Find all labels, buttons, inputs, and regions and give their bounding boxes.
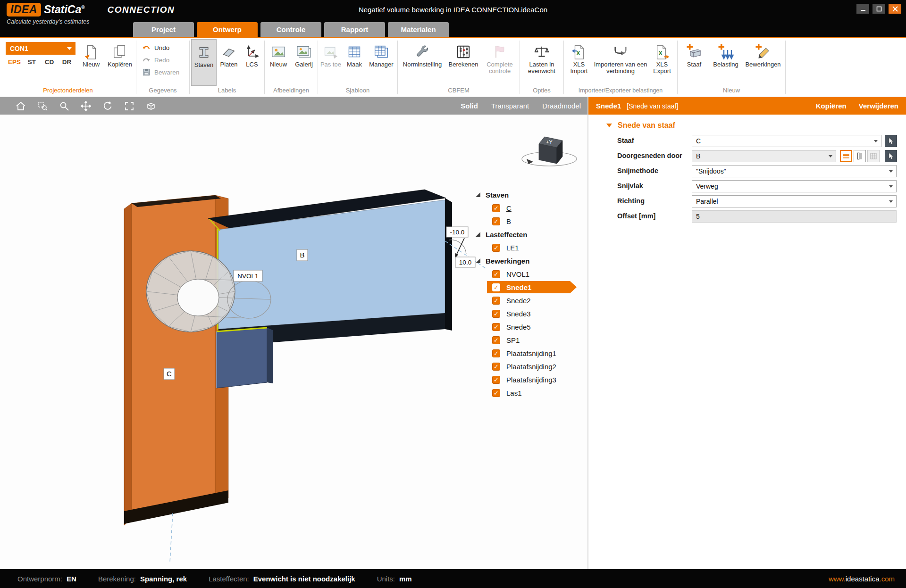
delete-operation-button[interactable]: Verwijderen — [859, 102, 898, 110]
checkbox-checked-icon[interactable] — [492, 349, 500, 357]
redo-button[interactable]: Redo — [142, 56, 179, 64]
code-setup-button[interactable]: Norminstelling — [399, 39, 446, 86]
section-view-button[interactable] — [143, 99, 159, 113]
maximize-button[interactable] — [872, 4, 885, 14]
new-image-button[interactable]: Nieuw — [266, 39, 291, 86]
3d-viewport[interactable]: -10.0 10.0 B C NVOL1 — [0, 115, 587, 569]
new-member-button[interactable]: Staaf — [679, 39, 709, 86]
magnifier-icon — [59, 101, 69, 111]
create-template-button[interactable]: Maak — [342, 39, 367, 86]
lcs-toggle-button[interactable]: LCS — [241, 39, 263, 86]
mode-cd-button[interactable]: CD — [41, 58, 58, 66]
member-select[interactable]: C — [692, 135, 881, 147]
fit-icon — [124, 101, 134, 111]
rotate-button[interactable] — [99, 99, 116, 113]
tree-expander-icon[interactable] — [476, 192, 480, 197]
tab-rapport[interactable]: Rapport — [324, 22, 385, 37]
column-c-solid[interactable] — [124, 195, 228, 525]
copy-document-icon — [112, 42, 128, 61]
pick-cut-member-button[interactable] — [885, 150, 897, 162]
gallery-button[interactable]: Galerij — [291, 39, 317, 86]
tree-item-snede1-selected[interactable]: Snede1 — [474, 281, 577, 294]
tree-item-snede2: Snede2 — [474, 294, 577, 307]
section-collapse-icon[interactable] — [606, 124, 612, 127]
new-load-button[interactable]: Belasting — [709, 39, 742, 86]
offset-input[interactable]: 5 — [692, 210, 897, 223]
zoom-button[interactable] — [56, 99, 73, 113]
checkbox-checked-icon[interactable] — [492, 244, 500, 252]
redo-icon — [142, 56, 151, 64]
ribbon-group-projectonderdelen: CON1 EPS ST CD DR Nieuw Kopi — [0, 38, 136, 97]
cut-plane-grid-button[interactable] — [867, 150, 880, 162]
cut-plane-vertical-button[interactable] — [854, 150, 866, 162]
tab-ontwerp[interactable]: Ontwerp — [197, 22, 258, 37]
beam-b-solid[interactable] — [208, 190, 452, 347]
plate-icon — [221, 42, 236, 61]
wireframe-mode-button[interactable]: Draadmodel — [542, 102, 581, 110]
import-connection-button[interactable]: Importeren van een verbinding — [593, 39, 648, 86]
checkbox-checked-icon[interactable] — [492, 376, 500, 384]
checkbox-checked-icon[interactable] — [492, 217, 500, 225]
checkbox-checked-icon[interactable] — [492, 270, 500, 278]
stiffener-plate[interactable] — [217, 328, 273, 388]
xls-import-button[interactable]: X XLS Import — [565, 39, 593, 86]
properties-header: Snede1 [Snede van staaf] Kopiëren Verwij… — [588, 97, 906, 115]
tree-item-snede3: Snede3 — [474, 307, 577, 320]
tree-expander-icon[interactable] — [476, 232, 480, 237]
save-button[interactable]: Bewaren — [142, 68, 179, 76]
zoom-window-button[interactable] — [34, 99, 51, 113]
loads-in-equilibrium-button[interactable]: Lasten in evenwicht — [522, 39, 561, 86]
checkbox-checked-icon[interactable] — [492, 323, 500, 331]
mode-eps-button[interactable]: EPS — [6, 58, 23, 66]
new-operation-button[interactable]: Bewerkingen — [742, 39, 784, 86]
beam-icon — [196, 43, 211, 62]
tree-expander-icon[interactable] — [476, 258, 480, 263]
undo-button[interactable]: Undo — [142, 43, 179, 52]
new-operation-icon — [755, 42, 772, 61]
fit-view-button[interactable] — [121, 99, 138, 113]
cut-plane-select[interactable]: Verweg — [692, 180, 897, 192]
cut-by-select[interactable]: B — [692, 150, 836, 162]
new-project-item-button[interactable]: Nieuw — [77, 39, 105, 86]
member-label-c: C — [164, 368, 175, 380]
template-manager-button[interactable]: Manager — [367, 39, 396, 86]
copy-operation-button[interactable]: Kopiëren — [816, 102, 847, 110]
cut-method-select[interactable]: "Snijdoos" — [692, 165, 897, 177]
tab-materialen[interactable]: Materialen — [388, 22, 449, 37]
project-item-select[interactable]: CON1 — [6, 42, 76, 55]
view-cube[interactable]: +Y — [522, 137, 577, 166]
transparent-mode-button[interactable]: Transparant — [491, 102, 529, 110]
apply-template-button[interactable]: Pas toe — [319, 39, 342, 86]
website-link[interactable]: www.ideastatica.com — [829, 575, 895, 583]
direction-select[interactable]: Parallel — [692, 195, 897, 207]
close-button[interactable] — [889, 4, 901, 14]
group-label-opties: Opties — [520, 86, 563, 97]
checkbox-checked-icon[interactable] — [492, 283, 500, 291]
checkbox-checked-icon[interactable] — [492, 363, 500, 371]
checkbox-checked-icon[interactable] — [492, 310, 500, 318]
app-window: IDEA StatiCa® CONNECTION Calculate yeste… — [0, 0, 906, 588]
pick-member-button[interactable] — [885, 135, 897, 147]
cut-plane-horizontal-button[interactable] — [840, 150, 852, 162]
tab-controle[interactable]: Controle — [260, 22, 321, 37]
xls-import-icon: X — [571, 42, 587, 61]
platen-toggle-button[interactable]: Platen — [217, 39, 241, 86]
checkbox-checked-icon[interactable] — [492, 389, 500, 397]
home-view-button[interactable] — [12, 99, 29, 113]
picture-icon — [270, 42, 286, 61]
complete-check-button[interactable]: Complete controle — [481, 39, 519, 86]
checkbox-checked-icon[interactable] — [492, 297, 500, 305]
checkbox-checked-icon[interactable] — [492, 204, 500, 212]
checkbox-checked-icon[interactable] — [492, 336, 500, 344]
xls-export-button[interactable]: X XLS Export — [648, 39, 676, 86]
mode-dr-button[interactable]: DR — [58, 58, 76, 66]
staven-toggle-button[interactable]: Staven — [191, 39, 217, 86]
calculate-button[interactable]: Berekenen — [446, 39, 481, 86]
mode-st-button[interactable]: ST — [23, 58, 41, 66]
solid-mode-button[interactable]: Solid — [461, 102, 478, 110]
rotate-icon — [102, 101, 113, 111]
copy-project-item-button[interactable]: Kopiëren — [105, 39, 135, 86]
pan-button[interactable] — [77, 99, 94, 113]
minimize-button[interactable] — [856, 4, 869, 14]
tab-project[interactable]: Project — [133, 22, 194, 37]
